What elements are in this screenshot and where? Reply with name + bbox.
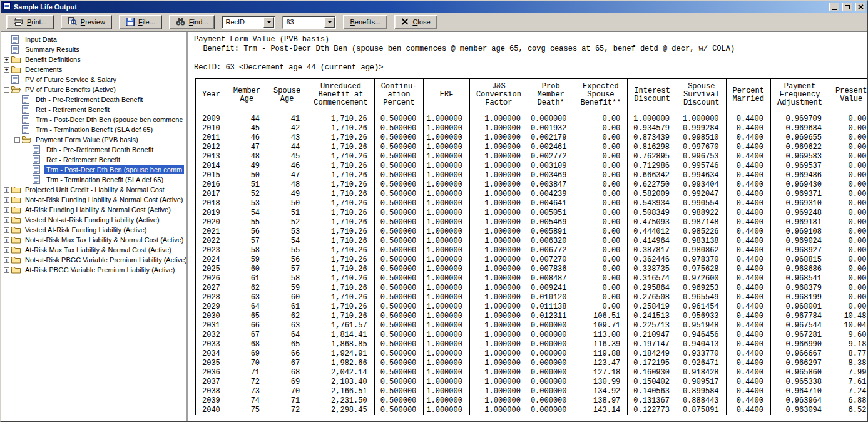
year-cell: 2016	[196, 180, 227, 190]
folder-open-icon	[22, 136, 32, 143]
tree-item[interactable]: Trm - Post-Decr Dth Ben (spouse ben comm…	[1, 115, 186, 125]
tree-item[interactable]: +At-Risk Max Tax Liability & Normal Cost…	[1, 245, 186, 255]
year-cell: 2033	[196, 340, 227, 349]
value-cell: 0.00	[574, 237, 628, 246]
tree-indent	[1, 180, 23, 180]
year-cell: 2021	[196, 227, 227, 237]
value-cell: 0.00	[829, 284, 867, 293]
expand-icon[interactable]: +	[4, 197, 9, 203]
tree-item[interactable]: Dth - Pre-Retirement Death Benefit	[1, 145, 186, 155]
collapse-icon[interactable]: -	[4, 87, 9, 93]
value-cell: 0.00	[829, 111, 867, 125]
value-cell: 0.4400	[726, 340, 770, 349]
value-cell: 1.000000	[424, 162, 470, 171]
tree-item[interactable]: -PV of Future Benefits (Active)	[1, 85, 186, 95]
value-cell: 109.71	[574, 321, 628, 331]
minimize-button[interactable]	[829, 3, 839, 11]
value-cell: 1.000000	[424, 133, 470, 143]
value-cell: 0.475093	[628, 218, 677, 227]
expand-icon[interactable]: +	[4, 57, 9, 63]
value-cell: 0.011138	[528, 302, 574, 312]
expand-icon[interactable]: +	[4, 227, 9, 233]
tree-item[interactable]: Summary Results	[1, 44, 186, 54]
tree-item[interactable]: Ret - Retirement Benefit	[1, 155, 186, 165]
value-cell: 52	[227, 190, 267, 199]
window-close-button[interactable]	[855, 3, 865, 11]
file-button[interactable]: File...	[119, 15, 162, 29]
value-cell: 0.969583	[770, 152, 829, 162]
value-cell: 1.000000	[469, 124, 528, 133]
value-cell: 0.276508	[628, 293, 677, 302]
value-cell: 8.38	[829, 359, 867, 368]
find-button[interactable]: Find...	[169, 15, 215, 29]
preview-icon	[68, 17, 77, 27]
value-cell: 0.000000	[528, 359, 574, 368]
expand-icon[interactable]: +	[4, 187, 9, 193]
tree-item[interactable]: +Vested At-Risk Funding Liability (Activ…	[1, 225, 186, 235]
value-cell: 1.000000	[424, 293, 470, 302]
tree-item[interactable]: Input Data	[1, 34, 186, 44]
tree-item[interactable]: Dth - Pre-Retirement Death Benefit	[1, 95, 186, 105]
year-cell: 2037	[196, 378, 227, 387]
expand-icon[interactable]: +	[4, 247, 9, 253]
tree-item[interactable]: +Projected Unit Credit - Liability & Nor…	[1, 185, 186, 195]
value-cell: 0.00	[574, 227, 628, 237]
value-cell: 0.00	[574, 293, 628, 302]
value-cell: 68	[227, 340, 267, 349]
value-cell: 1.000000	[424, 284, 470, 293]
folder-open-icon	[11, 86, 21, 93]
expand-icon[interactable]: +	[4, 207, 9, 213]
preview-button[interactable]: Preview	[61, 15, 112, 29]
tree-item-label: At-Risk PBGC Variable Premium Liability …	[23, 265, 176, 274]
tree-item[interactable]: Ret - Retirement Benefit	[1, 105, 186, 115]
close-button[interactable]: Close	[394, 15, 437, 29]
tree-item[interactable]: +Not-at-Risk PBGC Variable Premium Liabi…	[1, 255, 186, 265]
benefits-button[interactable]: Benefits...	[343, 15, 387, 29]
column-header: J&S Conversion Factor	[469, 79, 528, 111]
tree-indent	[1, 130, 12, 130]
maximize-button[interactable]	[842, 3, 852, 11]
value-cell: 0.934579	[628, 124, 677, 133]
value-cell: 1,710.26	[307, 274, 374, 284]
value-cell: 1.000000	[424, 171, 470, 180]
value-cell: 0.00	[829, 218, 867, 227]
tree-item[interactable]: Trm - Termination Benefit (SLA def 65)	[1, 125, 186, 135]
save-icon	[126, 18, 135, 27]
dropdown-arrow-icon[interactable]	[263, 17, 274, 28]
tree-item[interactable]: PV of Future Service & Salary	[1, 75, 186, 85]
column-header: Spouse Survival Discount	[677, 79, 726, 111]
expand-icon[interactable]: +	[4, 267, 9, 273]
tree-item-label: At-Risk Funding Liability & Normal Cost …	[23, 205, 173, 214]
tree-item[interactable]: -Payment Form Value (PVB basis)	[1, 135, 186, 145]
tree-item[interactable]: +Vested Not-at-Risk Funding Liability (A…	[1, 215, 186, 225]
tree-item[interactable]: +Not-at-Risk Funding Liability & Normal …	[1, 195, 186, 205]
expand-icon[interactable]: +	[4, 217, 9, 223]
tree-item[interactable]: Trm - Termination Benefit (SLA def 65)	[1, 175, 186, 185]
tree-item[interactable]: +At-Risk Funding Liability & Normal Cost…	[1, 205, 186, 215]
expand-icon[interactable]: +	[4, 257, 9, 263]
expand-icon[interactable]: +	[4, 67, 9, 73]
recid-field-combo[interactable]: RecID	[222, 16, 275, 29]
year-cell: 2040	[196, 406, 227, 415]
column-header: Year	[196, 79, 227, 111]
expand-icon[interactable]: +	[4, 237, 9, 243]
dropdown-arrow-icon[interactable]	[324, 17, 335, 28]
value-cell: 0.940413	[677, 340, 726, 349]
tree-item[interactable]: +At-Risk PBGC Variable Premium Liability…	[1, 265, 186, 275]
value-cell: 41	[267, 111, 307, 125]
tree-item[interactable]: +Not-at-Risk Max Tax Liability & Normal …	[1, 235, 186, 245]
value-cell: 0.000000	[528, 331, 574, 340]
tree-item[interactable]: Trm - Post-Decr Dth Ben (spouse ben comm	[1, 165, 186, 175]
tree-item[interactable]: +Benefit Definitions	[1, 54, 186, 64]
recid-value-combo[interactable]: 63	[282, 16, 336, 29]
closex-icon	[401, 18, 409, 26]
tree-item[interactable]: +Decrements	[1, 64, 186, 75]
tree-indent	[1, 100, 12, 100]
value-cell: 0.225713	[628, 321, 677, 331]
collapse-icon[interactable]: -	[14, 137, 20, 143]
value-cell: 1.000000	[424, 227, 470, 237]
print-button[interactable]: Print...	[6, 15, 54, 29]
value-cell: 0.500000	[374, 227, 424, 237]
value-cell: 0.4400	[726, 111, 770, 125]
value-cell: 7.99	[829, 368, 867, 378]
